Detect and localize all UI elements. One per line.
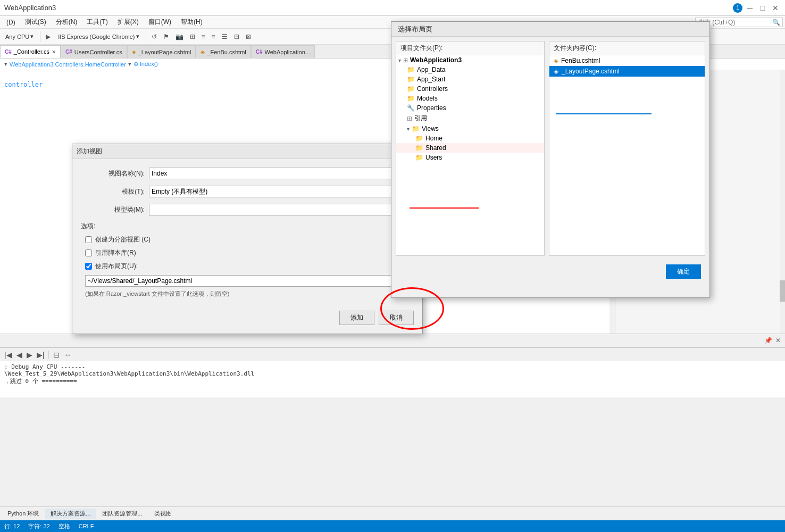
output-toolbar-btn2[interactable]: ◀	[16, 351, 22, 359]
tab-solution-explorer[interactable]: 解决方案资源...	[45, 509, 96, 519]
pin-icon[interactable]: 📌	[764, 337, 772, 344]
file-label: FenBu.cshtml	[561, 57, 600, 64]
template-input[interactable]	[149, 186, 414, 197]
output-line-2: \Week_Test_5_29\WebApplication3\WebAppli…	[4, 370, 781, 377]
output-line-3: ，跳过 0 个 ==========	[4, 377, 781, 385]
add-view-dialog: 添加视图 视图名称(N): 模板(T): 模型类(M): 选项: 创建为分部视图…	[72, 144, 423, 334]
menu-item-test[interactable]: 测试(S)	[21, 16, 51, 28]
output-toolbar-btn4[interactable]: ▶|	[37, 351, 45, 359]
wrench-icon: 🔧	[407, 104, 415, 112]
toolbar-btn-5[interactable]: ⊞	[188, 32, 197, 41]
add-button[interactable]: 添加	[339, 311, 374, 325]
maximize-button[interactable]: □	[757, 3, 768, 13]
partial-view-row: 创建为分部视图 (C)	[81, 235, 414, 244]
tree-label: Models	[417, 95, 438, 102]
tree-models[interactable]: 📁 Models	[396, 94, 544, 103]
refresh-btn[interactable]: ↺	[149, 32, 159, 41]
tree-app-start[interactable]: 📁 App_Start	[396, 74, 544, 84]
ref-scripts-checkbox[interactable]	[85, 250, 92, 256]
partial-view-checkbox[interactable]	[85, 236, 92, 243]
tab-label: _FenBu.cshtml	[207, 49, 246, 55]
iis-express-dropdown[interactable]: IIS Express (Google Chrome) ▾	[55, 32, 142, 41]
tree-panel-header: 项目文件夹(P):	[396, 41, 544, 55]
output-toolbar-btn5[interactable]: ⊟	[53, 351, 60, 359]
tree-refs[interactable]: ⊞ 引用	[396, 113, 544, 124]
output-panel-header: 📌 ✕	[0, 334, 785, 347]
tab-close-icon[interactable]: ✕	[52, 49, 56, 55]
folder-icon: 📁	[407, 95, 415, 102]
folder-icon: 📁	[415, 154, 423, 161]
folder-icon: 📁	[407, 85, 415, 93]
run-button[interactable]: ▶	[44, 32, 53, 41]
file-panel-header: 文件夹内容(C):	[549, 41, 705, 55]
output-toolbar-btn3[interactable]: ▶	[27, 351, 32, 359]
tab-team-explorer[interactable]: 团队资源管理...	[97, 509, 147, 519]
toolbar-btn-9[interactable]: ⊟	[232, 32, 241, 41]
file-fenbu[interactable]: ◈ FenBu.cshtml	[549, 55, 705, 66]
tab-users-controller[interactable]: C# UsersController.cs	[61, 45, 127, 58]
file-label: _LayoutPage.cshtml	[562, 68, 620, 75]
tree-shared[interactable]: 📁 Shared	[396, 143, 544, 153]
search-icon: 🔍	[772, 19, 780, 26]
file-layoutpage[interactable]: ◈ _LayoutPage.cshtml	[549, 66, 705, 77]
folder-icon: 📁	[415, 135, 423, 142]
menu-item-help[interactable]: 帮助(H)	[177, 16, 207, 28]
notification-badge: 1	[733, 3, 742, 13]
use-layout-checkbox[interactable]	[85, 263, 92, 270]
tab-class-view[interactable]: 类视图	[149, 509, 177, 519]
use-layout-row: 使用布局页(U):	[81, 262, 414, 271]
confirm-button[interactable]: 确定	[666, 264, 701, 279]
tree-properties[interactable]: 🔧 Properties	[396, 103, 544, 113]
toolbar-btn-3[interactable]: ⚑	[161, 32, 171, 41]
cancel-button[interactable]: 取消	[379, 311, 414, 325]
layout-path-input[interactable]	[85, 275, 397, 287]
toolbar-btn-7[interactable]: ≡	[210, 32, 218, 41]
tab-controller-cs[interactable]: C# _Controller.cs ✕	[0, 45, 61, 58]
tree-users-views[interactable]: 📁 Users	[396, 153, 544, 162]
model-class-input[interactable]	[149, 204, 414, 215]
cshtml-icon: ◈	[132, 49, 136, 55]
menu-item-d[interactable]: (D)	[2, 18, 20, 27]
toolbar-btn-8[interactable]: ☰	[220, 32, 230, 41]
ref-icon: ⊞	[407, 115, 412, 122]
tree-views[interactable]: ▾ 📁 Views	[396, 124, 544, 134]
model-class-row: 模型类(M):	[81, 204, 414, 215]
add-view-dialog-buttons: 添加 取消	[72, 306, 422, 334]
tree-home[interactable]: 📁 Home	[396, 134, 544, 143]
menu-item-tools[interactable]: 工具(T)	[82, 16, 112, 28]
title-bar-left: WebApplication3	[4, 4, 56, 12]
view-name-input[interactable]	[149, 168, 414, 179]
tree-app-data[interactable]: 📁 App_Data	[396, 65, 544, 74]
breadcrumb-arrow-1[interactable]: ▾	[4, 61, 7, 68]
ref-scripts-label: 引用脚本库(R)	[95, 248, 136, 257]
menu-item-extensions[interactable]: 扩展(X)	[113, 16, 143, 28]
folder-icon: 📁	[407, 76, 415, 83]
toolbar-btn-6[interactable]: ≡	[199, 32, 207, 41]
tree-webapp3[interactable]: ▾ ⊞ WebApplication3	[396, 55, 544, 65]
tab-fenbu[interactable]: ◈ _FenBu.cshtml	[196, 45, 250, 58]
output-toolbar-btn1[interactable]: |◀	[4, 351, 12, 359]
use-layout-label: 使用布局页(U):	[95, 262, 138, 271]
add-view-dialog-content: 视图名称(N): 模板(T): 模型类(M): 选项: 创建为分部视图 (C) …	[72, 159, 422, 306]
toolbar-btn-10[interactable]: ⊠	[244, 32, 253, 41]
close-output-icon[interactable]: ✕	[775, 337, 781, 344]
bottom-tabs-bar: Python 环境 解决方案资源... 团队资源管理... 类视图	[0, 506, 785, 520]
minimize-button[interactable]: ─	[745, 3, 755, 13]
tab-layout-page[interactable]: ◈ _LayoutPage.cshtml	[127, 45, 196, 58]
status-space: 空格	[59, 522, 70, 530]
breadcrumb-arrow-2[interactable]: ▾	[128, 61, 131, 68]
tab-webapp[interactable]: C# WebApplication...	[251, 45, 315, 58]
folder-icon: 📁	[415, 144, 423, 152]
output-content: : Debug Any CPU ------- \Week_Test_5_29\…	[0, 361, 785, 387]
tab-python[interactable]: Python 环境	[2, 509, 44, 519]
status-bar: 行: 12 字符: 32 空格 CRLF	[0, 520, 785, 532]
toolbar-btn-4[interactable]: 📷	[173, 32, 186, 41]
debug-config-dropdown[interactable]: Any CPU ▾	[2, 32, 37, 41]
arrow-icon-views: ▾	[407, 126, 410, 132]
close-button[interactable]: ✕	[770, 3, 781, 13]
menu-item-window[interactable]: 窗口(W)	[144, 16, 176, 28]
tree-controllers[interactable]: 📁 Controllers	[396, 84, 544, 94]
menu-item-analyze[interactable]: 分析(N)	[52, 16, 82, 28]
tab-label: UsersController.cs	[74, 49, 122, 55]
output-toolbar-btn6[interactable]: ↔	[64, 351, 71, 359]
